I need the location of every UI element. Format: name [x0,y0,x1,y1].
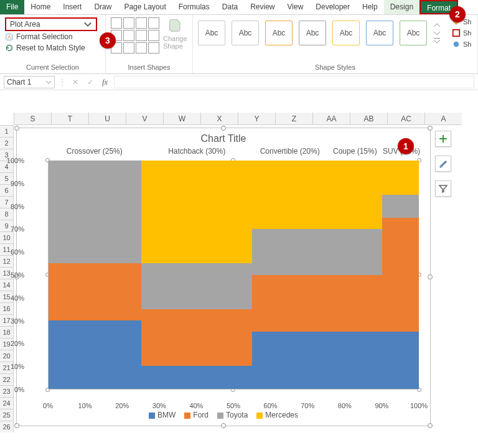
shape-outline-button[interactable]: Sh [452,29,471,37]
series-ford-seg[interactable] [326,275,382,332]
legend-label: Mercedes [265,411,298,419]
plot-area[interactable]: 0%10%20%30%40%50%60%70%80%90%100% 0%10%2… [48,161,419,390]
series-ford-seg[interactable] [49,263,141,320]
effects-icon [452,40,461,49]
shape-style-2[interactable]: Abc [232,21,259,45]
tab-draw[interactable]: Draw [88,0,118,14]
series-bmw-seg[interactable] [252,332,326,389]
col-head[interactable]: AA [312,113,350,125]
series-bmw-seg[interactable] [326,332,382,389]
legend-item-ford[interactable]: Ford [184,411,209,419]
row-headers[interactable]: 1234567891011121314151617181920212223242… [0,125,14,432]
callout-1: 1 [398,138,414,154]
col-head[interactable]: Z [275,113,312,125]
row-head[interactable]: 10 [0,231,14,243]
shape-style-5[interactable]: Abc [332,21,360,45]
shape-style-6[interactable]: Abc [366,21,393,45]
series-mercedes-seg[interactable] [141,161,253,263]
format-selection-icon [5,32,14,41]
worksheet[interactable]: STUVWXYZAAABACA 123456789101112131415161… [0,113,478,432]
shape-style-4[interactable]: Abc [299,21,326,45]
row-head[interactable]: 20 [0,350,14,362]
name-box[interactable]: Chart 1 [4,76,55,88]
col-head[interactable]: T [51,113,88,125]
shapes-gallery[interactable] [111,17,159,54]
chart-filter-button[interactable] [435,180,451,197]
shape-style-1[interactable]: Abc [198,21,225,45]
col-head[interactable]: U [88,113,126,125]
row-head[interactable]: 23 [0,385,14,397]
tab-insert[interactable]: Insert [57,0,88,14]
series-bmw-seg[interactable] [49,320,141,389]
series-bmw-seg[interactable] [382,332,419,389]
shape-style-more[interactable] [433,22,441,44]
tab-review[interactable]: Review [244,0,281,14]
tab-formulas[interactable]: Formulas [172,0,216,14]
tab-help[interactable]: Help [356,0,384,14]
col-head[interactable]: V [126,113,163,125]
legend-item-mercedes[interactable]: Mercedes [256,411,298,419]
series-toyota-seg[interactable] [382,195,419,218]
fx-icon[interactable]: fx [100,77,110,87]
col-head[interactable]: A [424,113,462,125]
tab-home[interactable]: Home [24,0,57,14]
row-head[interactable]: 24 [0,397,14,409]
row-head[interactable]: 12 [0,255,14,267]
formula-input[interactable] [114,76,474,88]
tab-data[interactable]: Data [216,0,244,14]
chart-element-dropdown[interactable]: Plot Area [5,17,97,31]
col-head[interactable]: AC [387,113,424,125]
format-selection-button[interactable]: Format Selection [5,31,100,42]
chart-legend[interactable]: BMW Ford Toyota Mercedes [17,407,430,422]
legend-item-bmw[interactable]: BMW [149,411,176,419]
reset-match-style-button[interactable]: Reset to Match Style [5,42,100,54]
row-head[interactable]: 14 [0,279,14,291]
col-head[interactable]: X [200,113,238,125]
tab-file[interactable]: File [0,0,24,14]
chart-title[interactable]: Chart Title [17,128,430,147]
series-mercedes-seg[interactable] [382,161,419,195]
group-insert-shapes-label: Insert Shapes [111,61,187,71]
row-head[interactable]: 16 [0,302,14,314]
tab-pagelayout[interactable]: Page Layout [118,0,172,14]
legend-item-toyota[interactable]: Toyota [217,411,248,419]
row-head[interactable]: 22 [0,373,14,385]
series-toyota-seg[interactable] [252,229,326,274]
svg-rect-0 [434,38,440,39]
svg-point-2 [454,42,459,47]
col-head[interactable]: AB [350,113,387,125]
series-ford-seg[interactable] [252,275,326,332]
chart-object[interactable]: 1 Chart Title Crossover (25%)Hatchback (… [16,128,431,426]
col-head[interactable]: W [163,113,200,125]
series-toyota-seg[interactable] [49,161,141,263]
tab-view[interactable]: View [281,0,310,14]
row-head[interactable]: 25 [0,409,14,421]
shape-style-3[interactable]: Abc [265,21,293,45]
col-head[interactable]: Y [238,113,275,125]
series-ford-seg[interactable] [382,218,419,332]
col-head[interactable]: S [14,113,51,125]
brush-icon [438,159,448,169]
row-head[interactable]: 18 [0,326,14,338]
tab-design[interactable]: Design [384,0,419,14]
series-bmw-seg[interactable] [141,366,253,389]
row-head[interactable]: 1 [0,125,14,137]
series-mercedes-seg[interactable] [252,161,326,229]
chart-add-element-button[interactable] [435,131,451,147]
name-box-value: Chart 1 [7,78,31,86]
plot-surface [48,161,419,390]
series-mercedes-seg[interactable] [326,161,382,229]
row-head[interactable]: 26 [0,421,14,432]
series-ford-seg[interactable] [141,309,253,366]
shape-style-7[interactable]: Abc [400,21,427,45]
series-toyota-seg[interactable] [326,229,382,274]
formula-bar: Chart 1 ⋮ ✕ ✓ fx [0,74,478,90]
column-headers[interactable]: STUVWXYZAAABACA [14,113,478,125]
row-head[interactable]: 2 [0,137,14,149]
filter-icon [438,184,448,194]
category-labels: Crossover (25%)Hatchback (30%)Convertibl… [17,147,430,158]
chart-styles-button[interactable] [435,156,451,172]
series-toyota-seg[interactable] [141,263,253,309]
tab-developer[interactable]: Developer [309,0,356,14]
shape-effects-button[interactable]: Sh [452,40,471,49]
